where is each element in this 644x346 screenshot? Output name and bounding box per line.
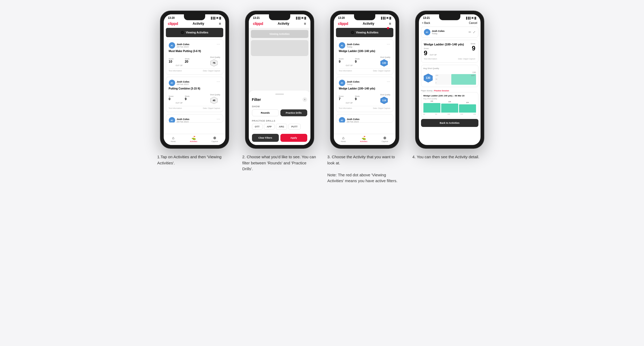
caption-1: 1.Tap on Activities and then 'Viewing Ac… [157,154,232,166]
score-group-1-2: Score 0 [169,95,174,101]
activity-card-1-3[interactable]: JC Josh Coles 28 Feb 2023 ··· [166,114,223,123]
chip-putt[interactable]: PUTT [288,124,301,130]
card-header-1-1: JC Josh Coles 28 Feb 2023 ··· [169,42,220,49]
phone-3-notch [354,14,375,20]
shots-label-1-1: Shots [185,58,190,60]
battery-icon-2: ▓ [304,17,306,19]
signal-icon-4: ▐▐▐ [465,17,470,19]
tab-home-label-1: Home [171,140,176,142]
rounds-toggle[interactable]: Rounds [252,109,279,116]
tab-activities-1[interactable]: ⛳ Activities [190,136,197,142]
tab-home-3[interactable]: ⌂ Home [341,136,346,142]
menu-icon-3[interactable]: ≡ [389,22,391,26]
status-icons-1: ▐▐▐ ⌘ ▓ [210,17,221,19]
filter-icon-3: ⚙ [351,30,354,35]
avatar-1-1: JC [169,42,175,49]
tab-home-1[interactable]: ⌂ Home [171,136,176,142]
activity-card-3-1[interactable]: JC Josh Coles Today ··· Wedge Ladder (10… [336,39,393,75]
bottom-bar-1: ⌂ Home ⛳ Activities ⊕ Capture [164,134,225,145]
status-icons-2: ▐▐▐ ⌘ ▓ [295,17,306,19]
activity-title-1-2: Putting Combine (3-15 ft) [169,87,220,90]
menu-icon-1[interactable]: ≡ [219,22,221,26]
filter-title: Filter [252,97,261,102]
caption-2: 2. Choose what you'd like to see. You ca… [242,154,317,172]
signal-icon-2: ▐▐▐ [295,17,300,19]
dots-menu-1-2[interactable]: ··· [217,80,220,83]
footer-right-1-1: Data: Clippd Capture [203,70,220,72]
dots-menu-3-1[interactable]: ··· [387,42,390,46]
back-to-activities-btn-4[interactable]: Back to Activities [421,119,478,127]
phone-4-notch [439,14,460,20]
filter-close-btn[interactable]: × [302,97,307,102]
filter-toggle-row: Rounds Practice Drills [252,109,307,116]
column-1: 13:20 ▐▐▐ ⌘ ▓ clippd Activity ≡ [157,11,232,184]
user-name-1-2: Josh Coles [177,80,190,83]
wifi-icon-4: ⌘ [471,17,474,19]
home-icon-3: ⌂ [342,136,344,140]
activity-card-3-2[interactable]: JC Josh Coles Today ··· Wedge Ladder (10… [336,77,393,112]
cancel-btn-4[interactable]: Cancel [469,22,477,24]
chip-app[interactable]: APP [264,124,275,130]
viewing-banner-3[interactable]: ⚙ Viewing Activities [336,28,393,37]
card-footer-1-1: Test Information Data: Clippd Capture [169,69,220,72]
sq-value-1-1: 75 [213,62,215,64]
filter-show-label: Show [252,105,307,108]
back-btn-4[interactable]: < Back [422,22,430,24]
bottom-bar-3: ⌂ Home ⛳ Activities ⊕ Capture [334,134,395,145]
chart-x-label-4: APP [471,75,475,76]
tab-capture-3[interactable]: ⊕ Capture [382,136,388,142]
activities-icon-3: ⛳ [361,136,366,140]
apply-btn[interactable]: Apply [280,134,307,142]
time-3: 13:20 [338,16,345,19]
wifi-icon-1: ⌘ [216,17,218,19]
dots-menu-1-1[interactable]: ··· [217,42,220,46]
sq-container-1-2: Shot Quality 45 [210,92,220,104]
menu-icon-2[interactable]: ≡ [304,22,306,26]
clear-filters-btn[interactable]: Clear Filters [252,134,279,142]
filter-sheet-2: Filter × Show Rounds Practice Drills Pra… [249,91,310,145]
battery-icon-4: ▓ [474,17,476,19]
phone-4: 13:21 ▐▐▐ ⌘ ▓ < Back Cancel [415,11,484,149]
out-of-1-1: OUT OF [176,65,183,66]
phone-2: 13:21 ▐▐▐ ⌘ ▓ clippd Activity ≡ [245,11,314,149]
detail-header-4: < Back Cancel [419,20,481,27]
column-2: 13:21 ▐▐▐ ⌘ ▓ clippd Activity ≡ [242,11,317,184]
viewing-banner-1[interactable]: ⚙ Viewing Activities [166,28,223,37]
activity-card-3-3[interactable]: JC Josh Coles 28 Feb 2023 [336,114,393,123]
expand-icon-4[interactable]: ⤢ [473,30,475,34]
activity-card-1-1[interactable]: JC Josh Coles 28 Feb 2023 ··· Must Make … [166,39,223,75]
nav-title-2: Activity [278,22,289,25]
practice-drills-toggle[interactable]: Practice Drills [280,109,307,116]
chip-arg[interactable]: ARG [276,124,287,130]
user-details-1-1: Josh Coles 28 Feb 2023 [177,43,190,48]
nav-bar-1: clippd Activity ≡ [164,20,225,28]
nav-bar-2: clippd Activity ≡ [249,20,310,28]
nav-bar-3: clippd Activity ≡ [334,20,395,28]
home-icon-1: ⌂ [172,136,174,140]
phone-4-screen: 13:21 ▐▐▐ ⌘ ▓ < Back Cancel [419,14,481,145]
page-container: 13:20 ▐▐▐ ⌘ ▓ clippd Activity ≡ [136,11,508,184]
stats-row-1-2: Score 0 OUT OF Shots 9 Shot Quality [169,92,220,104]
activity-card-1-2[interactable]: JC Josh Coles 28 Feb 2023 ··· Putting Co… [166,77,223,112]
logo-1: clippd [168,22,178,26]
time-4: 13:21 [423,16,430,19]
activity-bars-4: 132 129 124 [423,101,476,113]
sq-badge-1-1: 75 [210,59,218,67]
card-footer-1-2: Test Information Data: Clippd Capture [169,106,220,109]
capture-icon-1: ⊕ [213,136,216,140]
tab-capture-label-1: Capture [212,140,218,142]
tab-activities-3[interactable]: ⛳ Activities [360,136,368,142]
scroll-content-3: JC Josh Coles Today ··· Wedge Ladder (10… [334,39,395,134]
avatar-1-2: JC [169,80,175,86]
battery-icon-3: ▓ [389,17,391,19]
edit-icon-4[interactable]: ✏ [469,30,471,34]
tab-capture-1[interactable]: ⊕ Capture [212,136,218,142]
score-group-1-1: Score 10 [169,58,174,63]
caption-3: 3. Choose the Activity that you want to … [327,154,402,184]
shots-group-1-2: Shots 9 [185,95,190,101]
nav-title-1: Activity [193,22,204,25]
user-date-1-2: 28 Feb 2023 [177,83,190,86]
chip-ott[interactable]: OTT [252,124,263,130]
wifi-icon-2: ⌘ [301,17,304,19]
shots-group-1-1: Shots 20 [185,58,190,63]
